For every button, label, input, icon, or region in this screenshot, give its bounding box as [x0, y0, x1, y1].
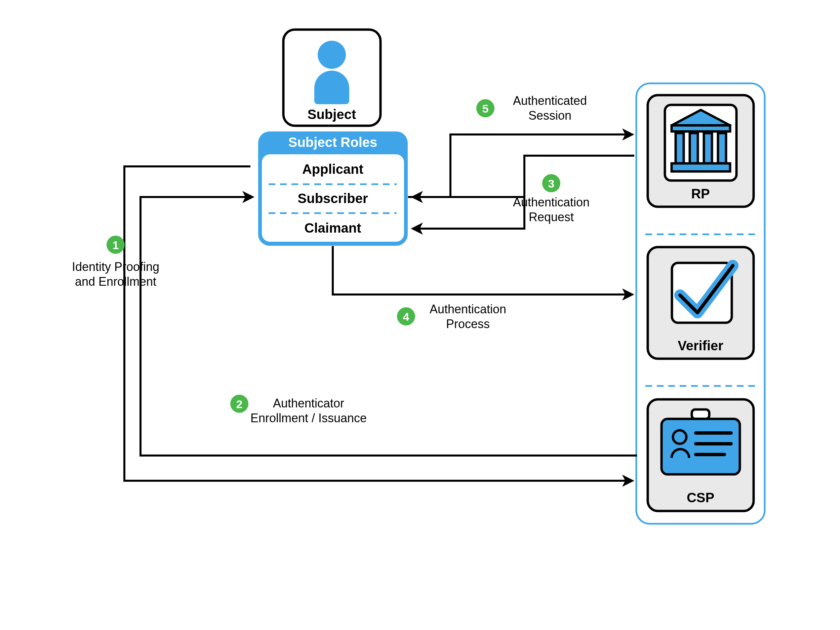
role-subscriber: Subscriber — [298, 191, 368, 206]
arrow-4 — [333, 246, 630, 294]
svg-rect-20 — [692, 409, 709, 419]
arrow-3-claimant — [415, 197, 524, 229]
svg-text:4: 4 — [403, 310, 409, 323]
svg-rect-14 — [672, 163, 730, 171]
role-applicant: Applicant — [302, 162, 363, 177]
step-4-line2: Process — [446, 317, 490, 331]
arrow-3-subscriber — [415, 156, 634, 197]
step-5-line1: Authenticated — [513, 94, 587, 107]
step-1-line1: Identity Proofing — [72, 260, 159, 274]
subject-box: Subject — [283, 30, 381, 126]
identity-model-diagram: Subject Subject Roles Applicant Subscrib… — [0, 0, 840, 630]
step-4-line1: Authentication — [429, 302, 506, 316]
step-1-line2: and Enrollment — [75, 275, 156, 289]
step-2-line1: Authenticator — [273, 396, 344, 410]
csp-card: CSP — [648, 399, 754, 511]
step-3-line2: Request — [529, 210, 574, 224]
id-badge-icon — [662, 409, 740, 474]
subject-roles-box: Subject Roles Applicant Subscriber Claim… — [258, 131, 408, 246]
step-2: 2 Authenticator Enrollment / Issuance — [230, 395, 367, 425]
svg-rect-9 — [672, 125, 730, 131]
role-claimant: Claimant — [305, 221, 362, 235]
subject-label: Subject — [308, 107, 356, 122]
verifier-card: Verifier — [648, 247, 754, 359]
svg-rect-21 — [662, 419, 740, 474]
arrow-5 — [408, 134, 630, 197]
svg-rect-12 — [704, 133, 712, 163]
svg-text:2: 2 — [236, 398, 243, 411]
svg-rect-10 — [676, 133, 684, 163]
svg-text:1: 1 — [113, 239, 119, 251]
step-2-line2: Enrollment / Issuance — [250, 411, 367, 425]
step-5-line2: Session — [528, 109, 572, 122]
checkbox-icon — [672, 263, 733, 323]
step-5: 5 Authenticated Session — [476, 94, 587, 122]
svg-rect-11 — [690, 133, 698, 163]
svg-text:3: 3 — [548, 177, 555, 190]
step-3-line1: Authentication — [513, 195, 590, 209]
csp-label: CSP — [687, 490, 714, 505]
subject-roles-header: Subject Roles — [288, 135, 377, 150]
verifier-label: Verifier — [677, 338, 723, 353]
rp-card: RP — [648, 95, 754, 207]
step-1: 1 Identity Proofing and Enrollment — [72, 236, 159, 289]
svg-text:5: 5 — [482, 102, 489, 115]
rp-label: RP — [691, 186, 710, 201]
institution-icon — [665, 105, 736, 180]
svg-point-1 — [317, 41, 346, 69]
svg-rect-13 — [718, 133, 726, 163]
step-4: 4 Authentication Process — [397, 302, 506, 331]
services-container: RP Verifier CSP — [636, 84, 765, 524]
